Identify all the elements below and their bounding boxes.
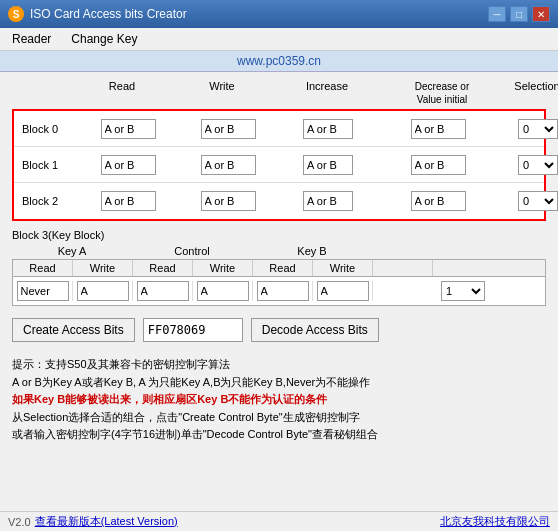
block-1-decrease-select[interactable]: A or BABNever	[411, 155, 466, 175]
block-0-write-select[interactable]: A or BABNever	[201, 119, 256, 139]
tip-line1: 提示：支持S50及其兼容卡的密钥控制字算法	[12, 356, 546, 374]
block-1-label: Block 1	[18, 159, 78, 171]
block3-keyA-write[interactable]: ABA or BNever	[77, 281, 129, 301]
keyA-read-header: Read	[13, 260, 73, 276]
maximize-button[interactable]: □	[510, 6, 528, 22]
block-0-read-select[interactable]: A or BABNever	[101, 119, 156, 139]
block-1-read-select[interactable]: A or BABNever	[101, 155, 156, 175]
ctrl-write-header: Write	[193, 260, 253, 276]
block-1-write-select[interactable]: A or BABNever	[201, 155, 256, 175]
keyB-write-header: Write	[313, 260, 373, 276]
control-header: Control	[132, 245, 252, 257]
block-2-read-select[interactable]: A or BABNever	[101, 191, 156, 211]
block3-keyB-write[interactable]: ABA or BNever	[317, 281, 369, 301]
tip-line5: 或者输入密钥控制字(4字节16进制)单击"Decode Control Byte…	[12, 426, 546, 444]
block3-sel-header	[373, 260, 433, 276]
tip-line2: A or B为Key A或者Key B, A 为只能Key A,B为只能Key …	[12, 374, 546, 392]
minimize-button[interactable]: ─	[488, 6, 506, 22]
latest-version-link[interactable]: 查看最新版本(Latest Version)	[35, 514, 178, 529]
block-1-selection-select[interactable]: 01234567	[518, 155, 558, 175]
block-0-increase-select[interactable]: A or BABNever	[303, 119, 353, 139]
app-title: ISO Card Access bits Creator	[30, 7, 187, 21]
block-2-increase-select[interactable]: A or BABNever	[303, 191, 353, 211]
action-row: Create Access Bits Decode Access Bits	[12, 314, 546, 346]
decode-access-bits-button[interactable]: Decode Access Bits	[251, 318, 379, 342]
version-text: V2.0	[8, 516, 31, 528]
block-2-selection-select[interactable]: 01234567	[518, 191, 558, 211]
keyB-read-header: Read	[253, 260, 313, 276]
column-headers: Read Write Increase Decrease orValue ini…	[12, 80, 546, 106]
block-2-decrease-select[interactable]: A or BABNever	[411, 191, 466, 211]
company-link[interactable]: 北京友我科技有限公司	[440, 514, 550, 529]
keyA-write-header: Write	[73, 260, 133, 276]
block-0-row: Block 0 A or BABNever A or BABNever A or…	[14, 111, 544, 147]
bottom-bar: V2.0 查看最新版本(Latest Version) 北京友我科技有限公司	[0, 511, 558, 531]
menu-bar: Reader Change Key	[0, 28, 558, 51]
block3-section: Block 3(Key Block) Key A Control Key B R…	[12, 229, 546, 306]
create-access-bits-button[interactable]: Create Access Bits	[12, 318, 135, 342]
header-increase: Increase	[272, 80, 382, 106]
block3-keyB-read[interactable]: ABA or BNever	[257, 281, 309, 301]
ctrl-read-header: Read	[133, 260, 193, 276]
app-icon: S	[8, 6, 24, 22]
title-bar: S ISO Card Access bits Creator ─ □ ✕	[0, 0, 558, 28]
block-2-write-select[interactable]: A or BABNever	[201, 191, 256, 211]
menu-reader[interactable]: Reader	[8, 30, 55, 48]
blocks-table: Block 0 A or BABNever A or BABNever A or…	[12, 109, 546, 221]
hex-value-input[interactable]	[143, 318, 243, 342]
block-2-row: Block 2 A or BABNever A or BABNever A or…	[14, 183, 544, 219]
close-button[interactable]: ✕	[532, 6, 550, 22]
keyB-header: Key B	[252, 245, 372, 257]
block3-data-row: NeverABA or B ABA or BNever ABA or BNeve…	[12, 276, 546, 306]
block3-sel-header2	[433, 260, 493, 276]
tip-line3: 如果Key B能够被读出来，则相应扇区Key B不能作为认证的条件	[12, 391, 546, 409]
watermark-bar: www.pc0359.cn	[0, 51, 558, 72]
header-selection: Selection	[502, 80, 558, 106]
block-0-label: Block 0	[18, 123, 78, 135]
menu-change-key[interactable]: Change Key	[67, 30, 141, 48]
block-2-label: Block 2	[18, 195, 78, 207]
keyA-header: Key A	[12, 245, 132, 257]
block-1-increase-select[interactable]: A or BABNever	[303, 155, 353, 175]
block3-title: Block 3(Key Block)	[12, 229, 546, 241]
block3-ctrl-write[interactable]: ABA or BNever	[197, 281, 249, 301]
block-1-row: Block 1 A or BABNever A or BABNever A or…	[14, 147, 544, 183]
block-0-decrease-select[interactable]: A or BABNever	[411, 119, 466, 139]
block3-keyA-read[interactable]: NeverABA or B	[17, 281, 69, 301]
tips-section: 提示：支持S50及其兼容卡的密钥控制字算法 A or B为Key A或者Key …	[12, 356, 546, 444]
header-decrease: Decrease orValue initial	[382, 80, 502, 106]
header-read: Read	[72, 80, 172, 106]
tip-line4: 从Selection选择合适的组合，点击"Create Control Byte…	[12, 409, 546, 427]
block3-ctrl-read[interactable]: ABA or BNever	[137, 281, 189, 301]
header-write: Write	[172, 80, 272, 106]
block3-selection[interactable]: 1023	[441, 281, 485, 301]
block3-subheader-row: Read Write Read Write Read Write	[12, 259, 546, 276]
block-0-selection-select[interactable]: 01234567	[518, 119, 558, 139]
